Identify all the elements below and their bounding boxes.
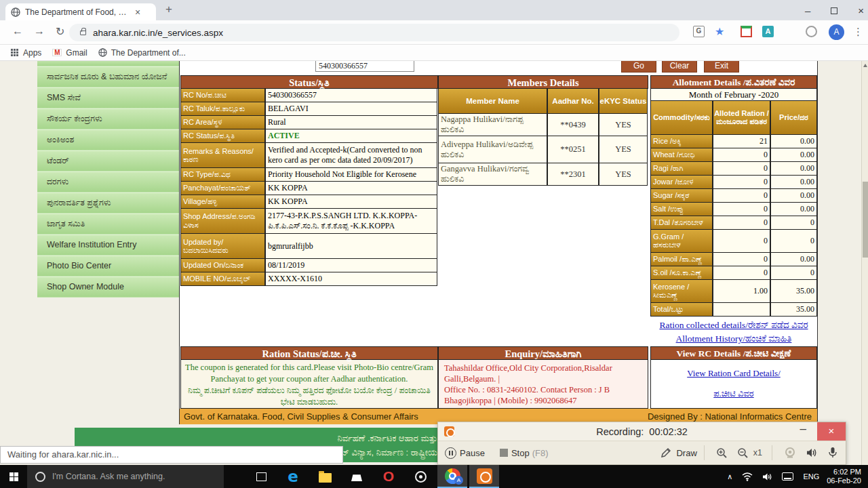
ration-price: 0	[770, 230, 817, 253]
page-scrollbar[interactable]	[861, 61, 868, 465]
edge-icon: e	[288, 468, 298, 485]
enquiry-section: Enquiry/ಮಾಹಿತಿಗಾಗಿ Tahashildar Office,Ol…	[438, 346, 648, 409]
status-label: RC Type/ಪ.ವಿಧ	[180, 168, 265, 182]
sidebar-item-welfare-institution-entry[interactable]: Welfare Institution Entry	[37, 235, 183, 256]
zoom-in-icon[interactable]	[716, 447, 728, 459]
recorder-titlebar[interactable]: Recording: 00:02:32 – ×	[438, 422, 846, 441]
member-ekyc: YES	[599, 136, 648, 163]
reload-button[interactable]: ↻	[56, 25, 64, 38]
wifi-icon[interactable]	[742, 472, 753, 481]
rc-number-input[interactable]	[315, 61, 414, 72]
webcam-icon[interactable]	[784, 447, 796, 459]
taskbar-clock[interactable]: 6:02 PM 06-Feb-20	[827, 468, 861, 485]
bookmark-star-icon[interactable]: ★	[715, 25, 726, 37]
task-view-button[interactable]	[246, 465, 276, 488]
window-close-button[interactable]: ×	[858, 5, 864, 16]
sidebar-item-photo-bio-center[interactable]: Photo Bio Center	[37, 256, 183, 277]
go-button[interactable]: Go	[621, 61, 656, 73]
exit-button[interactable]: Exit	[704, 61, 739, 73]
ration-price: 0.00	[770, 135, 817, 148]
globe-icon	[98, 48, 107, 57]
taskbar-file-explorer[interactable]	[310, 465, 340, 488]
sidebar-item-public-complaints[interactable]: ಸಾರ್ವಜನಿಕ ದೂರು & ಬಹುಮಾನ ಯೋಜನೆ	[37, 66, 183, 87]
volume-icon[interactable]	[762, 472, 772, 481]
taskbar-recorder-app[interactable]	[406, 465, 435, 488]
status-label: Panchayat/ಪಂಚಾಯತ್	[180, 182, 265, 195]
bookmark-gmail[interactable]: M Gmail	[52, 48, 87, 58]
profile-avatar[interactable]: A	[829, 24, 844, 40]
taskbar-edge[interactable]: e	[278, 465, 308, 488]
ration-price: 0.00	[770, 176, 817, 189]
opera-icon: O	[383, 468, 394, 485]
sidebar-item-facility-centers[interactable]: ಸೌಕರ್ಯ ಕೇಂದ್ರಗಳು	[37, 108, 183, 129]
pencil-icon[interactable]	[660, 447, 671, 458]
speaker-icon[interactable]	[806, 447, 818, 458]
tray-expand-arrow[interactable]: ∧	[727, 472, 732, 481]
scroll-up-arrow[interactable]	[863, 64, 867, 67]
ration-qty: 21	[713, 135, 770, 148]
browser-tab[interactable]: The Department of Food, Civil Su ×	[5, 3, 156, 20]
microphone-icon[interactable]	[828, 447, 837, 459]
draw-button[interactable]: Draw	[676, 448, 696, 458]
footer-left-text: Govt. of Karnataka. Food, Civil Supplies…	[180, 411, 418, 422]
start-button[interactable]	[9, 472, 18, 481]
window-maximize-button[interactable]	[831, 5, 837, 16]
taskbar-recording-tool[interactable]	[469, 465, 499, 488]
url-text[interactable]: ahara.kar.nic.in/e_services.aspx	[93, 28, 223, 38]
taskbar-store[interactable]	[342, 465, 372, 488]
ration-collected-link[interactable]: Ration collected details/ರೇಶನ್ ಪಡೆದ ವಿವರ	[650, 319, 817, 332]
globe-icon	[11, 7, 20, 17]
footer-right-text: Designed By : National Informatics Centr…	[648, 411, 817, 422]
tab-close-icon[interactable]: ×	[135, 7, 140, 18]
new-tab-button[interactable]: +	[165, 3, 172, 16]
language-indicator[interactable]: ENG	[803, 472, 819, 481]
sidebar-item-rates[interactable]: ದರಗಳು	[37, 171, 183, 192]
pause-button[interactable]: Pause	[460, 448, 485, 458]
ration-qty: 0	[713, 230, 770, 253]
bookmark-apps[interactable]: Apps	[11, 48, 41, 58]
forward-button[interactable]: →	[34, 25, 45, 37]
back-button[interactable]: ←	[12, 25, 23, 37]
rc-details-kn-link[interactable]: ಪ.ಚೀಟಿ ವಿವರ	[713, 388, 753, 399]
sidebar-item-partial[interactable]	[37, 61, 183, 66]
divider	[704, 445, 705, 460]
view-ration-card-link[interactable]: View Ration Card Details/	[687, 368, 781, 379]
extension-icon-4[interactable]	[806, 26, 817, 37]
extension-icon-2[interactable]: A	[762, 26, 774, 37]
sidebar-item-vigilance-committee[interactable]: ಜಾಗೃತ ಸಮಿತಿ	[37, 214, 183, 235]
translate-icon[interactable]: G	[693, 26, 705, 37]
touch-keyboard-icon[interactable]	[782, 472, 793, 481]
sidebar-menu: ಸಾರ್ವಜನಿಕ ದೂರು & ಬಹುಮಾನ ಯೋಜನೆ SMS ಸೇವೆ ಸ…	[37, 61, 183, 298]
recorder-close-button[interactable]: ×	[817, 422, 846, 441]
ration-price: 35.00	[770, 280, 817, 303]
pause-icon[interactable]	[445, 447, 456, 459]
status-value: BELAGAVI	[265, 102, 437, 116]
stop-button[interactable]: Stop	[511, 448, 530, 458]
stop-icon[interactable]	[500, 449, 508, 457]
system-tray: ∧ ENG 6:02 PM 06-Feb-20	[722, 465, 868, 488]
sidebar-item-tender[interactable]: ಟೆಂಡರ್	[37, 150, 183, 171]
extension-icon-1[interactable]	[741, 26, 752, 37]
cortana-search[interactable]: I'm Cortana. Ask me anything.	[27, 465, 224, 488]
taskbar-chrome[interactable]: A	[437, 465, 467, 488]
sidebar-item-statistics[interactable]: ಅಂಕಿಅಂಶ	[37, 129, 183, 150]
ration-qty: 0	[713, 162, 770, 176]
browser-menu-icon[interactable]: ⋮	[853, 26, 863, 38]
ration-price: 0.00	[770, 189, 817, 203]
clear-button[interactable]: Clear	[662, 61, 697, 73]
allotment-history-link[interactable]: Allotment History/ಹಂಚಿಕೆ ಮಾಹಿತಿ	[650, 332, 817, 346]
bookmark-department[interactable]: The Department of...	[98, 48, 186, 58]
sidebar-item-sms-service[interactable]: SMS ಸೇವೆ	[37, 87, 183, 108]
members-col-aadhar: Aadhar No.	[547, 89, 599, 114]
window-minimize-button[interactable]: –	[805, 5, 810, 16]
zoom-out-icon[interactable]	[737, 447, 749, 459]
taskbar-opera[interactable]: O	[374, 465, 403, 488]
recorder-minimize-button[interactable]: –	[800, 422, 806, 436]
sidebar-item-shop-owner-module[interactable]: Shop Owner Module	[37, 277, 183, 298]
credits-line: ನಿರ್ವಹಣೆ .ಕರ್ನಾಟಕ ಆಹಾರ ಮತ್ತು	[75, 431, 437, 445]
member-ekyc: YES	[599, 163, 648, 186]
sidebar-item-faq[interactable]: ಪುನರಾವರ್ತಿತ ಪ್ರಶ್ನೆಗಳು	[37, 192, 183, 214]
scrollbar-thumb[interactable]	[863, 182, 868, 258]
address-bar[interactable]: ahara.kar.nic.in/e_services.aspx	[69, 24, 679, 41]
ration-qty: 0	[713, 216, 770, 230]
